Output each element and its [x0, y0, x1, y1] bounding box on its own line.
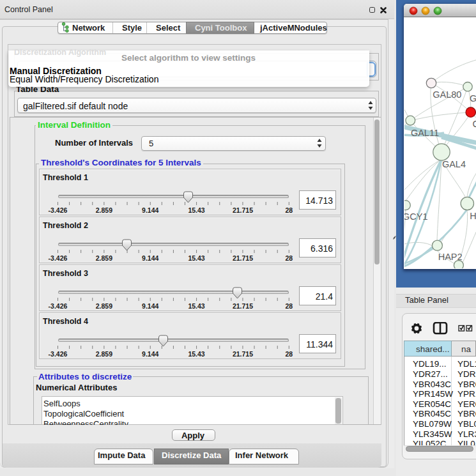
svg-text:GAL11: GAL11: [411, 128, 439, 138]
svg-text:GAL80: GAL80: [433, 89, 461, 100]
svg-text:HA: HA: [470, 211, 476, 221]
svg-text:CR: CR: [473, 119, 476, 129]
svg-text:GAL4: GAL4: [442, 159, 466, 169]
svg-text:GCY1: GCY1: [404, 211, 428, 222]
svg-text:HAP2: HAP2: [438, 252, 463, 262]
svg-text:GA: GA: [470, 93, 476, 104]
